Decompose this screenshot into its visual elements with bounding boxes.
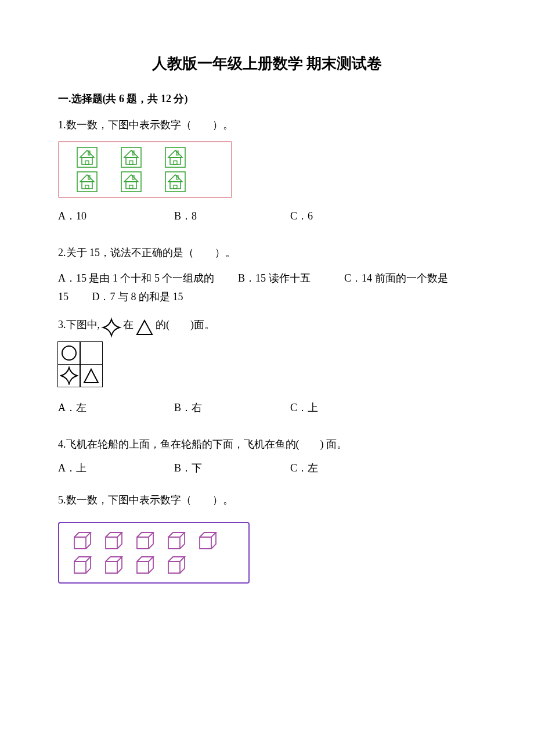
house-box	[58, 141, 232, 198]
section-header: 一.选择题(共 6 题，共 12 分)	[58, 91, 476, 107]
q1-option-a: A．10	[58, 208, 174, 224]
cube-icon	[134, 556, 154, 574]
q5-text: 5.数一数，下图中表示数字（ ）。	[58, 492, 476, 508]
q3-figure	[58, 343, 476, 390]
q3-prefix: 3.下图中,	[58, 317, 100, 333]
svg-marker-16	[80, 175, 94, 182]
q5-figure	[58, 522, 476, 584]
question-1: 1.数一数，下图中表示数字（ ）。 A．10 B．8 C．6	[58, 117, 476, 224]
q4-text: 4.飞机在轮船的上面，鱼在轮船的下面，飞机在鱼的( ) 面。	[58, 437, 476, 452]
question-3: 3.下图中, 在 的( )面。	[58, 317, 476, 416]
q2-option-a: A．15 是由 1 个十和 5 个一组成的	[58, 272, 215, 284]
grid-cell-empty	[80, 341, 103, 365]
house-icon	[77, 147, 98, 168]
question-2: 2.关于 15，说法不正确的是（ ）。 A．15 是由 1 个十和 5 个一组成…	[58, 245, 476, 307]
q3-mid: 在	[123, 317, 134, 333]
svg-marker-1	[80, 150, 94, 157]
cube-icon	[165, 531, 186, 550]
triangle-icon	[135, 317, 154, 337]
question-4: 4.飞机在轮船的上面，鱼在轮船的下面，飞机在鱼的( ) 面。 A．上 B．下 C…	[58, 437, 476, 476]
page-title: 人教版一年级上册数学 期末测试卷	[58, 52, 476, 75]
q4-options: A．上 B．下 C．左	[58, 460, 476, 476]
question-5: 5.数一数，下图中表示数字（ ）。	[58, 492, 476, 584]
q2-text: 2.关于 15，说法不正确的是（ ）。	[58, 245, 476, 261]
svg-rect-23	[129, 185, 133, 189]
circle-icon	[61, 345, 77, 361]
cube-icon	[165, 556, 186, 574]
q1-option-c: C．6	[290, 208, 406, 224]
star4-icon	[60, 366, 78, 385]
house-icon	[165, 147, 186, 168]
svg-rect-3	[85, 161, 89, 164]
svg-marker-6	[124, 150, 138, 157]
q2-options: A．15 是由 1 个十和 5 个一组成的 B．15 读作十五 C．14 前面的…	[58, 269, 476, 307]
q1-option-b: B．8	[174, 208, 290, 224]
svg-marker-11	[168, 150, 182, 157]
cube-icon	[71, 531, 92, 550]
grid-cell-triangle	[80, 364, 103, 387]
house-icon	[121, 171, 142, 192]
svg-rect-18	[85, 185, 89, 189]
cube-icon	[196, 531, 217, 550]
grid-cell-circle	[57, 341, 81, 365]
q4-option-c: C．左	[290, 460, 406, 476]
svg-marker-21	[124, 175, 138, 182]
q1-options: A．10 B．8 C．6	[58, 208, 476, 224]
q1-figure	[58, 141, 476, 198]
q3-option-b: B．右	[174, 400, 290, 416]
q2-option-d: D．7 与 8 的和是 15	[92, 291, 183, 303]
cube-icon	[134, 531, 154, 550]
svg-rect-28	[174, 185, 177, 189]
q4-option-a: A．上	[58, 460, 174, 476]
svg-rect-8	[129, 161, 133, 164]
cube-icon	[71, 556, 92, 574]
triangle-icon	[82, 367, 100, 384]
svg-point-31	[62, 346, 76, 360]
q1-text: 1.数一数，下图中表示数字（ ）。	[58, 117, 476, 133]
svg-marker-26	[168, 175, 182, 182]
svg-rect-13	[174, 161, 177, 164]
svg-marker-30	[137, 321, 152, 334]
house-icon	[121, 147, 142, 168]
q3-option-c: C．上	[290, 400, 406, 416]
cube-box	[58, 522, 250, 584]
cube-icon	[102, 556, 123, 574]
q3-options: A．左 B．右 C．上	[58, 400, 476, 416]
svg-marker-32	[84, 369, 98, 383]
grid-cell-star	[57, 364, 81, 387]
q3-option-a: A．左	[58, 400, 174, 416]
q3-text: 3.下图中, 在 的( )面。	[58, 317, 476, 338]
star4-icon	[101, 317, 122, 338]
q4-option-b: B．下	[174, 460, 290, 476]
q2-option-b: B．15 读作十五	[238, 272, 311, 284]
house-icon	[77, 171, 98, 192]
house-icon	[165, 171, 186, 192]
cube-icon	[102, 531, 123, 550]
q3-suffix: 的( )面。	[156, 317, 215, 333]
